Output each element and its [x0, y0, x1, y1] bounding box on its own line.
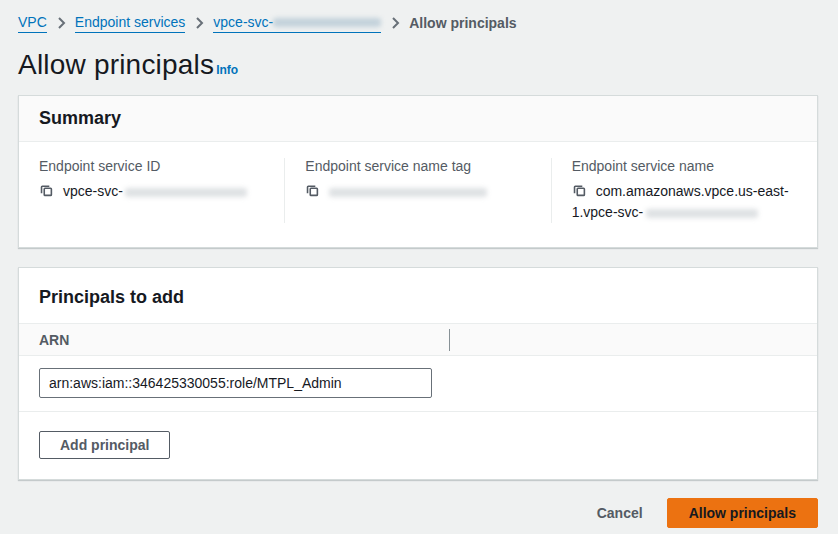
redacted-text	[273, 18, 381, 27]
chevron-right-icon	[194, 17, 204, 29]
copy-icon[interactable]	[39, 183, 54, 198]
arn-input-row	[19, 356, 817, 412]
column-resize-divider[interactable]	[449, 329, 450, 351]
summary-card-header: Summary	[19, 96, 817, 142]
info-link[interactable]: Info	[216, 63, 238, 77]
copy-icon[interactable]	[572, 183, 587, 198]
field-label: Endpoint service ID	[39, 158, 264, 174]
page-actions: Cancel Allow principals	[18, 498, 818, 528]
copy-icon[interactable]	[305, 183, 320, 198]
summary-field-endpoint-service-id: Endpoint service ID vpce-svc-	[19, 158, 284, 223]
principals-to-add-card: Principals to add ARN Add principal	[18, 267, 818, 480]
summary-title: Summary	[39, 108, 797, 129]
arn-column-header: ARN	[39, 332, 69, 348]
add-principal-button[interactable]: Add principal	[39, 431, 170, 459]
summary-body: Endpoint service ID vpce-svc- Endpoint s…	[19, 142, 817, 247]
field-label: Endpoint service name	[572, 158, 797, 174]
field-value-prefix: vpce-svc-	[63, 183, 123, 199]
cancel-button[interactable]: Cancel	[597, 505, 643, 521]
breadcrumb-current: Allow principals	[409, 13, 516, 33]
arn-input[interactable]	[39, 368, 432, 398]
allow-principals-page: VPC Endpoint services vpce-svc- Allow pr…	[0, 0, 838, 528]
breadcrumb-link-endpoint-services[interactable]: Endpoint services	[75, 12, 186, 33]
arn-table-header-row: ARN	[19, 323, 817, 356]
chevron-right-icon	[390, 17, 400, 29]
field-value: com.amazonaws.vpce.us-east-1.vpce-svc-	[572, 181, 797, 223]
page-title: Allow principals	[18, 49, 214, 80]
breadcrumb: VPC Endpoint services vpce-svc- Allow pr…	[18, 12, 820, 33]
principals-title: Principals to add	[39, 287, 797, 308]
field-value	[305, 181, 530, 202]
allow-principals-button[interactable]: Allow principals	[667, 498, 818, 528]
summary-field-endpoint-service-name: Endpoint service name com.amazonaws.vpce…	[551, 158, 817, 223]
breadcrumb-link-vpc[interactable]: VPC	[18, 12, 47, 33]
field-value: vpce-svc-	[39, 181, 264, 202]
page-title-row: Allow principalsInfo	[18, 49, 820, 81]
breadcrumb-service-id-prefix: vpce-svc-	[213, 12, 273, 32]
redacted-text	[329, 188, 487, 197]
breadcrumb-link-service-id[interactable]: vpce-svc-	[213, 12, 381, 33]
principals-card-header: Principals to add	[19, 268, 817, 323]
field-label: Endpoint service name tag	[305, 158, 530, 174]
redacted-text	[125, 188, 247, 197]
redacted-text	[646, 209, 758, 218]
principals-card-footer: Add principal	[19, 412, 817, 479]
summary-field-endpoint-service-name-tag: Endpoint service name tag	[284, 158, 550, 223]
chevron-right-icon	[56, 17, 66, 29]
summary-card: Summary Endpoint service ID vpce-svc- En…	[18, 95, 818, 248]
